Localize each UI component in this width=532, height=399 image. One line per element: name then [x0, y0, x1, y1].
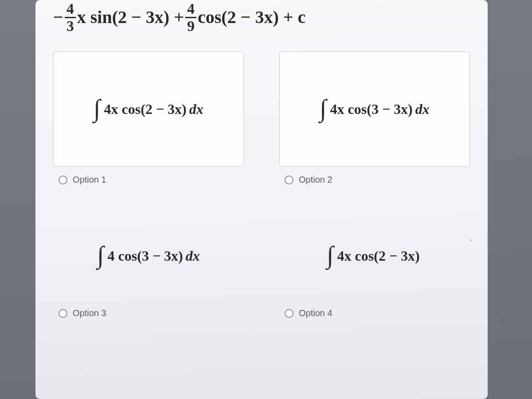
denominator: 3 [65, 18, 76, 34]
option-label: Option 2 [299, 175, 332, 185]
option-label: Option 3 [73, 308, 106, 318]
integrand: 4x cos(2 − 3x) [337, 248, 420, 264]
option-formula-box: ∫ 4x cos(3 − 3x) dx [279, 51, 470, 167]
integral-icon: ∫ [97, 241, 104, 269]
integrand: 4x cos(3 − 3x) [330, 101, 413, 117]
option-card-3: ∫ 4 cos(3 − 3x) dx Option 3 [53, 211, 244, 318]
integral-icon: ∫ [94, 94, 100, 122]
expr-part-2: cos(2 − 3x) + c [198, 6, 305, 28]
artifact-speck [501, 319, 503, 321]
option-card-2: ∫ 4x cos(3 − 3x) dx Option 2 [279, 51, 470, 185]
option-label: Option 4 [299, 308, 332, 318]
option-1-radio-row[interactable]: Option 1 [53, 175, 244, 185]
integral-formula: ∫ 4 cos(3 − 3x) dx [97, 242, 200, 270]
expr-part-1: x sin(2 − 3x) + [77, 6, 184, 28]
integrand: 4 cos(3 − 3x) [108, 248, 183, 264]
integral-formula: ∫ 4x cos(3 − 3x) dx [320, 95, 430, 123]
numerator: 4 [185, 1, 196, 17]
integral-formula: ∫ 4x cos(2 − 3x) [327, 242, 422, 270]
option-4-radio-row[interactable]: Option 4 [279, 308, 470, 318]
radio-icon[interactable] [59, 176, 67, 184]
option-label: Option 1 [73, 175, 106, 185]
artifact-speck [470, 239, 472, 241]
integral-icon: ∫ [327, 241, 333, 269]
radio-icon[interactable] [59, 309, 67, 318]
option-2-radio-row[interactable]: Option 2 [279, 175, 470, 185]
options-grid: ∫ 4x cos(2 − 3x) dx Option 1 ∫ 4x cos(3 … [53, 51, 470, 318]
dx: dx [189, 101, 203, 117]
minus-sign: − [53, 6, 63, 28]
option-3-radio-row[interactable]: Option 3 [53, 308, 244, 318]
question-panel: − 4 3 x sin(2 − 3x) + 4 9 cos(2 − 3x) + … [35, 0, 488, 399]
option-formula-box: ∫ 4x cos(2 − 3x) [279, 211, 470, 300]
integrand: 4x cos(2 − 3x) [104, 101, 187, 117]
dx: dx [186, 248, 200, 264]
denominator: 9 [185, 18, 196, 34]
option-card-1: ∫ 4x cos(2 − 3x) dx Option 1 [53, 51, 244, 185]
integral-formula: ∫ 4x cos(2 − 3x) dx [94, 95, 203, 123]
numerator: 4 [65, 1, 76, 17]
option-formula-box: ∫ 4x cos(2 − 3x) dx [53, 51, 244, 167]
integral-icon: ∫ [320, 94, 326, 122]
fraction-4-9: 4 9 [185, 1, 196, 34]
option-formula-box: ∫ 4 cos(3 − 3x) dx [53, 211, 244, 300]
option-card-4: ∫ 4x cos(2 − 3x) Option 4 [279, 211, 470, 318]
radio-icon[interactable] [285, 176, 293, 184]
fraction-4-3: 4 3 [65, 1, 76, 34]
dx: dx [415, 101, 430, 117]
radio-icon[interactable] [285, 309, 293, 318]
given-expression: − 4 3 x sin(2 − 3x) + 4 9 cos(2 − 3x) + … [53, 0, 470, 34]
